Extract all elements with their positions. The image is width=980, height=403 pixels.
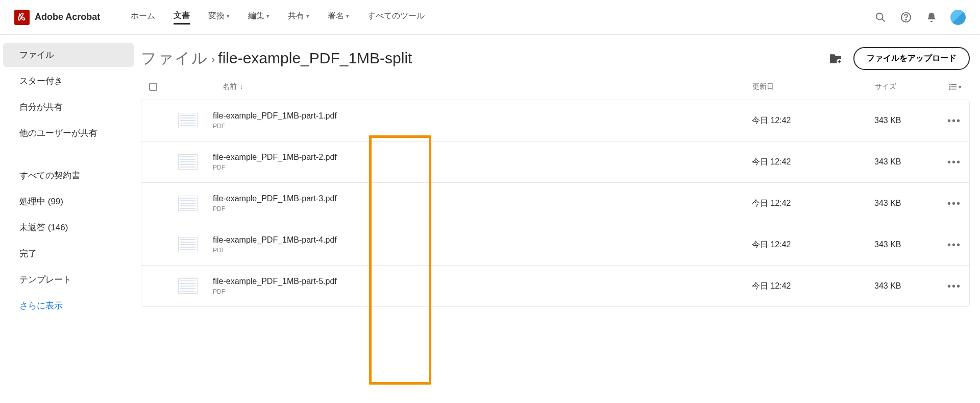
file-type: PDF bbox=[213, 164, 752, 171]
sidebar-item-files[interactable]: ファイル bbox=[3, 43, 134, 67]
chevron-down-icon: ▾ bbox=[346, 13, 349, 19]
brand[interactable]: Adobe Acrobat bbox=[14, 10, 100, 25]
column-updated[interactable]: 更新日 bbox=[752, 82, 875, 91]
acrobat-logo-icon bbox=[14, 10, 30, 25]
file-name: file-example_PDF_1MB-part-3.pdf bbox=[213, 194, 752, 203]
nav-tabs: ホーム 文書 変換▾ 編集▾ 共有▾ 署名▾ すべてのツール bbox=[131, 10, 425, 25]
file-info: file-example_PDF_1MB-part-4.pdf PDF bbox=[213, 235, 752, 254]
file-name: file-example_PDF_1MB-part-2.pdf bbox=[213, 153, 752, 162]
file-info: file-example_PDF_1MB-part-3.pdf PDF bbox=[213, 194, 752, 212]
svg-point-3 bbox=[905, 19, 906, 20]
sidebar-item-unanswered[interactable]: 未返答 (146) bbox=[3, 216, 134, 240]
file-list: file-example_PDF_1MB-part-1.pdf PDF 今日 1… bbox=[141, 100, 970, 307]
sidebar-item-shared-with-me[interactable]: 他のユーザーが共有 bbox=[3, 121, 134, 145]
svg-point-10 bbox=[949, 89, 950, 90]
svg-point-8 bbox=[949, 84, 950, 85]
breadcrumb: ファイル › file-example_PDF_1MB-split bbox=[141, 48, 412, 69]
svg-point-0 bbox=[876, 13, 883, 19]
chevron-down-icon: ▾ bbox=[306, 13, 309, 19]
sidebar-item-starred[interactable]: スター付き bbox=[3, 69, 134, 93]
nav-convert[interactable]: 変換▾ bbox=[208, 10, 230, 25]
nav-documents[interactable]: 文書 bbox=[174, 10, 190, 25]
file-type: PDF bbox=[213, 247, 752, 254]
brand-name: Adobe Acrobat bbox=[35, 12, 100, 22]
file-size: 343 KB bbox=[874, 116, 930, 125]
nav-home[interactable]: ホーム bbox=[131, 10, 155, 25]
nav-share[interactable]: 共有▾ bbox=[288, 10, 309, 25]
file-size: 343 KB bbox=[874, 281, 930, 291]
more-actions-icon[interactable]: ••• bbox=[930, 239, 961, 251]
select-all-column bbox=[149, 83, 180, 91]
file-info: file-example_PDF_1MB-part-5.pdf PDF bbox=[213, 277, 752, 295]
chevron-down-icon: ▾ bbox=[227, 13, 230, 19]
table-row[interactable]: file-example_PDF_1MB-part-4.pdf PDF 今日 1… bbox=[141, 224, 969, 266]
sort-descending-icon: ↓ bbox=[240, 83, 243, 90]
nav-edit[interactable]: 編集▾ bbox=[248, 10, 270, 25]
file-size: 343 KB bbox=[874, 199, 930, 208]
column-size[interactable]: サイズ bbox=[875, 82, 931, 91]
sidebar-item-all-agreements[interactable]: すべての契約書 bbox=[3, 163, 134, 187]
view-options[interactable]: ▾ bbox=[931, 82, 962, 91]
table-header: 名前 ↓ 更新日 サイズ ▾ bbox=[141, 82, 970, 100]
pdf-thumbnail-icon bbox=[178, 278, 198, 294]
help-icon[interactable] bbox=[899, 11, 913, 24]
file-updated: 今日 12:42 bbox=[752, 198, 874, 209]
search-icon[interactable] bbox=[874, 11, 887, 24]
pdf-thumbnail-icon bbox=[178, 237, 198, 252]
svg-point-9 bbox=[949, 86, 950, 87]
more-actions-icon[interactable]: ••• bbox=[930, 156, 961, 168]
more-actions-icon[interactable]: ••• bbox=[930, 280, 961, 292]
file-type: PDF bbox=[213, 288, 752, 295]
file-updated: 今日 12:42 bbox=[752, 281, 874, 292]
file-name: file-example_PDF_1MB-part-1.pdf bbox=[213, 111, 752, 121]
sidebar: ファイル スター付き 自分が共有 他のユーザーが共有 すべての契約書 処理中 (… bbox=[0, 35, 137, 403]
file-updated: 今日 12:42 bbox=[752, 240, 874, 250]
content-area: ファイル › file-example_PDF_1MB-split ファイルをア… bbox=[137, 35, 980, 403]
pdf-thumbnail-icon bbox=[178, 154, 198, 170]
file-size: 343 KB bbox=[874, 157, 930, 167]
column-name[interactable]: 名前 ↓ bbox=[180, 82, 752, 91]
table-row[interactable]: file-example_PDF_1MB-part-1.pdf PDF 今日 1… bbox=[141, 100, 969, 141]
breadcrumb-root[interactable]: ファイル bbox=[141, 48, 208, 69]
top-navbar: Adobe Acrobat ホーム 文書 変換▾ 編集▾ 共有▾ 署名▾ すべて… bbox=[0, 0, 980, 35]
svg-line-1 bbox=[882, 18, 885, 21]
topbar-right bbox=[874, 10, 966, 25]
sidebar-item-completed[interactable]: 完了 bbox=[3, 242, 134, 266]
table-row[interactable]: file-example_PDF_1MB-part-3.pdf PDF 今日 1… bbox=[141, 183, 969, 224]
file-type: PDF bbox=[213, 205, 752, 212]
breadcrumb-current: file-example_PDF_1MB-split bbox=[218, 50, 412, 67]
select-all-checkbox[interactable] bbox=[149, 83, 157, 91]
file-size: 343 KB bbox=[874, 240, 930, 249]
file-info: file-example_PDF_1MB-part-1.pdf PDF bbox=[213, 111, 752, 130]
breadcrumb-separator: › bbox=[211, 53, 215, 66]
pdf-thumbnail-icon bbox=[178, 113, 198, 128]
nav-all-tools[interactable]: すべてのツール bbox=[368, 10, 425, 25]
sidebar-item-processing[interactable]: 処理中 (99) bbox=[3, 189, 134, 214]
table-row[interactable]: file-example_PDF_1MB-part-5.pdf PDF 今日 1… bbox=[141, 266, 969, 306]
avatar[interactable] bbox=[950, 10, 966, 25]
content-header: ファイル › file-example_PDF_1MB-split ファイルをア… bbox=[141, 47, 970, 70]
nav-sign[interactable]: 署名▾ bbox=[328, 10, 349, 25]
chevron-down-icon: ▾ bbox=[266, 13, 270, 19]
file-info: file-example_PDF_1MB-part-2.pdf PDF bbox=[213, 153, 752, 171]
main-layout: ファイル スター付き 自分が共有 他のユーザーが共有 すべての契約書 処理中 (… bbox=[0, 35, 980, 403]
sidebar-item-show-more[interactable]: さらに表示 bbox=[3, 294, 134, 318]
upload-button[interactable]: ファイルをアップロード bbox=[853, 47, 970, 70]
file-name: file-example_PDF_1MB-part-4.pdf bbox=[213, 235, 752, 245]
sidebar-divider bbox=[0, 147, 137, 163]
chevron-down-icon: ▾ bbox=[959, 84, 962, 90]
new-folder-icon[interactable] bbox=[829, 52, 842, 65]
list-view-icon bbox=[948, 82, 958, 91]
pdf-thumbnail-icon bbox=[178, 196, 198, 211]
file-updated: 今日 12:42 bbox=[752, 115, 874, 126]
sidebar-item-templates[interactable]: テンプレート bbox=[3, 268, 134, 292]
sidebar-item-shared-by-me[interactable]: 自分が共有 bbox=[3, 95, 134, 119]
more-actions-icon[interactable]: ••• bbox=[930, 198, 961, 209]
file-type: PDF bbox=[213, 123, 752, 130]
file-name: file-example_PDF_1MB-part-5.pdf bbox=[213, 277, 752, 286]
file-updated: 今日 12:42 bbox=[752, 157, 874, 168]
header-actions: ファイルをアップロード bbox=[829, 47, 970, 70]
more-actions-icon[interactable]: ••• bbox=[930, 115, 961, 127]
notifications-icon[interactable] bbox=[925, 11, 938, 24]
table-row[interactable]: file-example_PDF_1MB-part-2.pdf PDF 今日 1… bbox=[141, 141, 969, 183]
